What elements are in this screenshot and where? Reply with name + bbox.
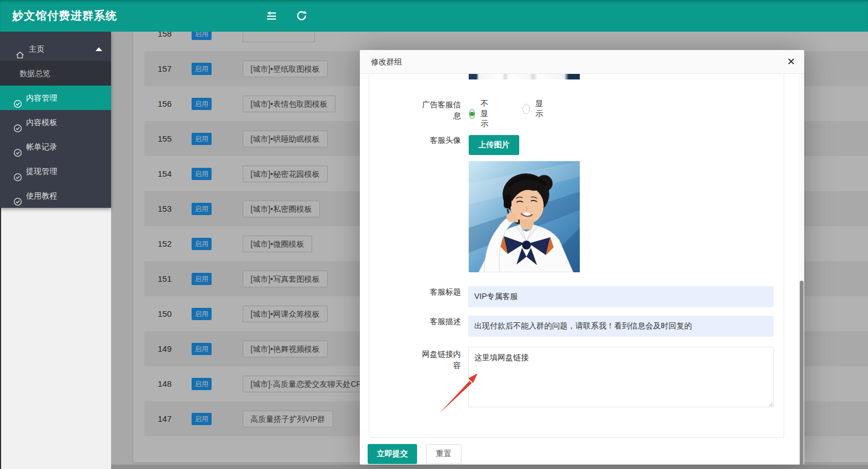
avatar-preview-image: [469, 161, 580, 272]
service-title-input[interactable]: [468, 286, 774, 307]
modal-titlebar: 修改群组 ✕: [360, 50, 804, 74]
home-icon: [16, 44, 24, 53]
close-icon[interactable]: ✕: [787, 55, 795, 68]
circle-check-icon: [13, 93, 22, 102]
sidebar-nav: 主页 数据总览 内容管理 内容模板 帐单记录: [0, 32, 111, 208]
collapse-menu-icon[interactable]: [265, 11, 278, 22]
sidebar-item-home[interactable]: 主页: [0, 37, 111, 61]
circle-check-icon: [13, 191, 22, 200]
app-window: 158 启用 157 启用 [城市]•壁纸取图模板 156 启用 [城市]•表情…: [0, 0, 868, 469]
avatar-label: 客服头像: [417, 134, 461, 146]
netdisk-textarea[interactable]: 这里填网盘链接: [468, 347, 774, 407]
service-title-label: 客服标题: [417, 286, 461, 297]
radio-option-label: 显示: [535, 99, 546, 119]
sidebar-item-label: 使用教程: [26, 183, 57, 208]
chevron-up-icon: [96, 47, 102, 51]
radio-selected-icon[interactable]: [469, 109, 475, 119]
sidebar-item-label: 提现管理: [26, 159, 57, 183]
sidebar-item-label: 帐单记录: [26, 134, 57, 159]
radio-option-label: 不显示: [480, 99, 493, 129]
refresh-icon[interactable]: [296, 11, 308, 22]
circle-check-icon: [13, 142, 22, 151]
window-left-edge: [0, 208, 1, 469]
modal-scrollbar-track[interactable]: [799, 74, 804, 465]
netdisk-label: 网盘链接内容: [417, 348, 461, 371]
horizontal-scrollbar[interactable]: [111, 465, 868, 469]
radio-unselected-icon[interactable]: [523, 104, 530, 114]
ad-service-label: 广告客服信息: [417, 99, 461, 121]
sidebar-item-content-manage[interactable]: 内容管理: [0, 86, 111, 110]
sidebar-item-label: 内容模板: [26, 110, 57, 134]
sidebar-item-overview[interactable]: 数据总览: [0, 61, 111, 86]
radio-option[interactable]: 不显示: [469, 99, 493, 129]
circle-check-icon: [13, 118, 22, 127]
content-area: 158 启用 157 启用 [城市]•壁纸取图模板 156 启用 [城市]•表情…: [111, 32, 868, 469]
radio-option[interactable]: 显示: [523, 99, 546, 119]
top-header: 妙文馆付费进群系统: [0, 0, 868, 32]
edit-group-modal: 修改群组 ✕ 广告客服信息 不显示 显示 客服头像 上传图片: [360, 50, 804, 465]
modal-title: 修改群组: [371, 50, 402, 74]
sidebar-item-content-template[interactable]: 内容模板: [0, 110, 111, 134]
sidebar-item-label: 数据总览: [19, 61, 51, 86]
submit-button[interactable]: 立即提交: [368, 444, 417, 464]
modal-scrollbar-thumb[interactable]: [800, 281, 804, 465]
sidebar-item-label: 内容管理: [26, 86, 57, 110]
sidebar-item-bill-records[interactable]: 帐单记录: [0, 134, 111, 159]
upload-image-button[interactable]: 上传图片: [469, 135, 519, 155]
circle-check-icon: [13, 167, 22, 176]
app-title: 妙文馆付费进群系统: [12, 0, 117, 32]
service-desc-label: 客服描述: [417, 316, 461, 327]
sidebar-item-withdraw-manage[interactable]: 提现管理: [0, 159, 111, 183]
sidebar-item-label: 主页: [29, 37, 44, 61]
sidebar-item-tutorial[interactable]: 使用教程: [0, 183, 111, 208]
service-desc-input[interactable]: [468, 316, 774, 337]
reset-button[interactable]: 重置: [426, 444, 461, 464]
ad-image-preview-cropped: [469, 74, 580, 79]
